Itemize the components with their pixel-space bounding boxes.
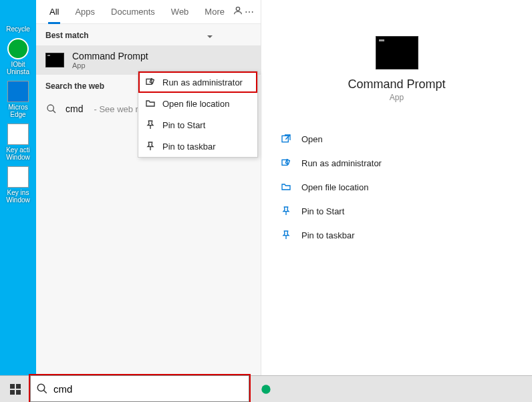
ctx-run-admin[interactable]: Run as administrator	[138, 71, 257, 93]
ctx-pin-start[interactable]: Pin to Start	[138, 114, 257, 136]
pin-taskbar-icon	[145, 141, 156, 152]
action-open[interactable]: Open	[277, 129, 516, 149]
action-open-location[interactable]: Open file location	[277, 177, 516, 197]
desktop-icon-keyacti[interactable]: Key acti Window	[0, 121, 36, 164]
folder-icon	[145, 98, 156, 109]
desktop-icon-edge[interactable]: Micros Edge	[0, 78, 36, 121]
action-run-admin[interactable]: Run as administrator	[277, 153, 516, 173]
admin-icon	[145, 77, 156, 87]
results-column: All Apps Documents Web More ⋯ Best match…	[36, 0, 261, 375]
action-pin-taskbar[interactable]: Pin to taskbar	[277, 225, 516, 245]
match-subtitle: App	[72, 61, 148, 69]
more-options-icon[interactable]: ⋯	[244, 7, 255, 17]
tab-all[interactable]: All	[41, 0, 67, 24]
context-menu: Run as administrator Open file location …	[138, 71, 258, 158]
cmd-thumb-icon	[45, 53, 64, 67]
folder-icon	[280, 181, 292, 193]
ctx-open-location[interactable]: Open file location	[138, 93, 257, 114]
chevron-down-icon	[207, 35, 213, 41]
feedback-icon[interactable]	[233, 5, 244, 18]
svg-point-1	[47, 105, 53, 111]
ctx-pin-taskbar[interactable]: Pin to taskbar	[138, 136, 257, 157]
action-pin-start[interactable]: Pin to Start	[277, 201, 516, 221]
filter-tabs: All Apps Documents Web More ⋯	[36, 0, 261, 24]
detail-title: Command Prompt	[277, 77, 516, 91]
pin-taskbar-icon	[280, 229, 292, 241]
detail-actions: Open Run as administrator Open file loca…	[277, 129, 516, 245]
svg-rect-3	[282, 136, 288, 142]
open-icon	[280, 133, 292, 145]
svg-line-11	[43, 390, 47, 393]
svg-point-17	[261, 385, 270, 393]
detail-thumb-icon	[376, 36, 418, 69]
tab-apps[interactable]: Apps	[67, 0, 103, 24]
web-term: cmd	[65, 104, 83, 114]
detail-subtitle: App	[277, 93, 516, 102]
svg-point-0	[237, 7, 240, 11]
search-input[interactable]	[53, 383, 243, 395]
admin-icon	[280, 157, 292, 169]
tab-documents[interactable]: Documents	[103, 0, 163, 24]
detail-pane: Command Prompt App Open Run as administr…	[261, 0, 532, 375]
windows-logo-icon	[10, 384, 21, 395]
tab-more[interactable]: More	[196, 0, 233, 24]
desktop-icon-iobit[interactable]: IObit Uninsta	[0, 35, 36, 78]
svg-line-2	[53, 110, 55, 113]
start-button[interactable]	[0, 376, 30, 403]
start-search-panel: All Apps Documents Web More ⋯ Best match…	[36, 0, 532, 375]
desktop: Recycle IObit Uninsta Micros Edge Key ac…	[0, 0, 36, 375]
search-icon	[36, 383, 48, 395]
iobit-button[interactable]	[251, 376, 281, 403]
search-icon	[45, 103, 57, 115]
taskbar-search-box[interactable]	[30, 375, 249, 402]
tab-web[interactable]: Web	[163, 0, 197, 24]
desktop-icon-keyins[interactable]: Key ins Window	[0, 164, 36, 206]
pin-start-icon	[145, 120, 156, 130]
desktop-icon-recycle[interactable]: Recycle	[0, 0, 36, 35]
pin-start-icon	[280, 205, 292, 217]
taskbar	[0, 375, 532, 402]
svg-point-10	[37, 384, 45, 391]
match-title: Command Prompt	[72, 51, 148, 61]
best-match-header: Best match	[36, 24, 261, 45]
